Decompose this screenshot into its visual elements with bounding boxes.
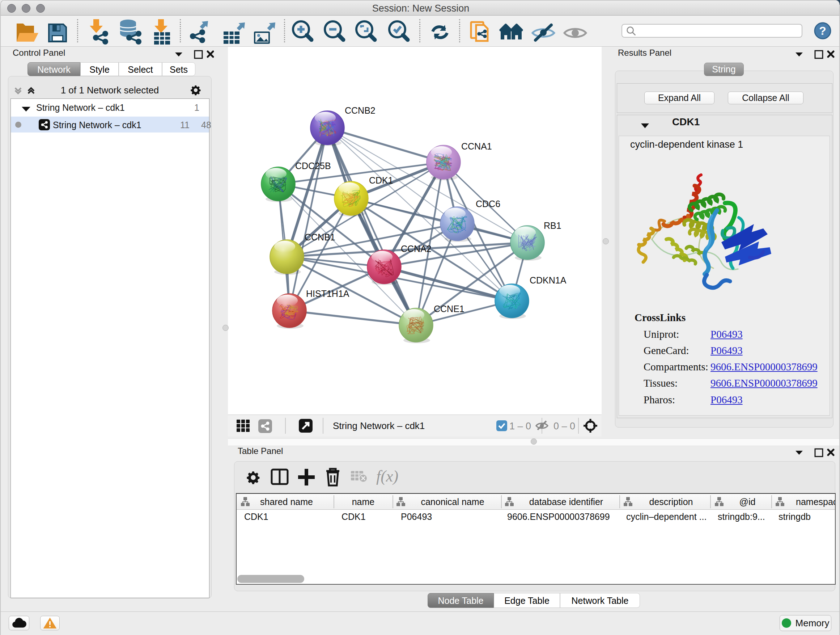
svg-text:CDKN1A: CDKN1A bbox=[530, 275, 567, 285]
svg-text:f(x): f(x) bbox=[376, 467, 398, 485]
svg-text:String Network – cdk1: String Network – cdk1 bbox=[333, 420, 425, 431]
svg-text:stringdb: stringdb bbox=[778, 511, 811, 522]
svg-text:CDK1: CDK1 bbox=[244, 511, 268, 522]
svg-text:CDK1: CDK1 bbox=[369, 175, 393, 185]
svg-text:namespace: namespace bbox=[796, 497, 835, 507]
svg-text:0 – 0: 0 – 0 bbox=[554, 421, 575, 432]
svg-text:CCNB1: CCNB1 bbox=[305, 232, 335, 242]
svg-text:CCNA1: CCNA1 bbox=[461, 141, 492, 151]
svg-text:name: name bbox=[352, 497, 375, 507]
svg-text:RB1: RB1 bbox=[544, 220, 561, 231]
svg-text:HIST1H1A: HIST1H1A bbox=[306, 288, 349, 299]
svg-text:P06493: P06493 bbox=[401, 511, 432, 522]
svg-text:CDC6: CDC6 bbox=[476, 199, 500, 209]
svg-text:CCNB2: CCNB2 bbox=[345, 105, 376, 116]
svg-text:CCNE1: CCNE1 bbox=[434, 304, 464, 314]
svg-text:CDK1: CDK1 bbox=[341, 511, 366, 522]
svg-text:9606.ENSP00000378699: 9606.ENSP00000378699 bbox=[507, 511, 610, 522]
svg-text:stringdb:9...: stringdb:9... bbox=[718, 511, 765, 522]
svg-text:shared name: shared name bbox=[260, 497, 313, 507]
svg-text:database identifier: database identifier bbox=[529, 497, 603, 507]
svg-text:canonical name: canonical name bbox=[421, 497, 484, 507]
svg-text:@id: @id bbox=[739, 497, 756, 507]
svg-text:?: ? bbox=[819, 24, 826, 37]
svg-text:1 – 0: 1 – 0 bbox=[509, 421, 531, 432]
svg-text:cyclin–dependent ...: cyclin–dependent ... bbox=[626, 511, 706, 522]
svg-text:CCNA2: CCNA2 bbox=[401, 244, 431, 254]
svg-text:description: description bbox=[649, 497, 693, 507]
svg-text:CDC25B: CDC25B bbox=[295, 161, 331, 171]
